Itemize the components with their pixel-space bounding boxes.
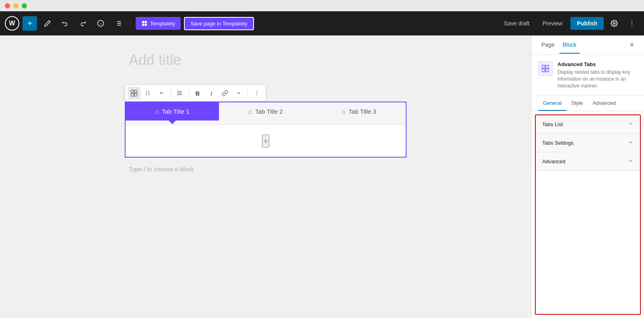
type-hint: Type / to choose a block bbox=[125, 158, 407, 181]
accordion-advanced: Advanced bbox=[536, 152, 640, 171]
fullscreen-button[interactable] bbox=[22, 3, 27, 8]
save-draft-button[interactable]: Save draft bbox=[499, 17, 535, 30]
tab-home-icon-2: ⌂ bbox=[248, 108, 252, 115]
accordion-tabs-list-chevron bbox=[628, 121, 634, 128]
tab-header-1[interactable]: ⌂ Tab Title 1 bbox=[126, 102, 219, 121]
tab-content-area: + bbox=[126, 125, 406, 157]
accordion-tabs-settings: Tabs Settings bbox=[536, 134, 640, 152]
drag-handle[interactable] bbox=[141, 87, 154, 100]
svg-point-15 bbox=[632, 23, 632, 24]
tab-block[interactable]: Block bbox=[559, 37, 580, 54]
block-tool-divider-3 bbox=[248, 88, 248, 98]
block-type-icon bbox=[538, 61, 553, 76]
info-button[interactable] bbox=[93, 16, 108, 31]
svg-point-25 bbox=[146, 94, 147, 95]
more-rich-text-button[interactable] bbox=[232, 87, 245, 100]
italic-button[interactable]: I bbox=[205, 87, 218, 100]
accordion-advanced-chevron bbox=[628, 158, 634, 165]
svg-rect-10 bbox=[145, 21, 147, 23]
svg-point-30 bbox=[256, 91, 257, 91]
svg-rect-19 bbox=[131, 94, 134, 96]
svg-rect-35 bbox=[542, 69, 545, 72]
subtab-general[interactable]: General bbox=[538, 96, 566, 111]
svg-point-14 bbox=[632, 21, 632, 22]
editor-area: Add title B I bbox=[0, 35, 531, 318]
add-block-in-tab-button[interactable]: + bbox=[262, 135, 269, 148]
tab-header-2[interactable]: ⌂ Tab Title 2 bbox=[219, 102, 312, 121]
title-bar bbox=[0, 0, 644, 11]
svg-point-26 bbox=[149, 94, 149, 95]
close-button[interactable] bbox=[5, 3, 10, 8]
svg-point-23 bbox=[146, 93, 147, 94]
svg-point-31 bbox=[256, 93, 257, 94]
accordion-tabs-settings-chevron bbox=[628, 139, 634, 146]
svg-rect-20 bbox=[134, 94, 137, 96]
svg-point-24 bbox=[149, 93, 149, 94]
main-layout: Add title B I bbox=[0, 35, 644, 318]
block-more-options-button[interactable] bbox=[250, 87, 263, 100]
sidebar-close-button[interactable]: × bbox=[626, 39, 638, 51]
svg-rect-12 bbox=[145, 24, 147, 26]
tab-header-3[interactable]: ⌂ Tab Title 3 bbox=[312, 102, 406, 121]
accordion-advanced-header[interactable]: Advanced bbox=[536, 152, 640, 170]
svg-rect-17 bbox=[131, 90, 134, 93]
accordion-tabs-list: Tabs List bbox=[536, 115, 640, 134]
block-info: Advanced Tabs Display nested tabs to dis… bbox=[532, 55, 644, 96]
tab-home-icon-3: ⌂ bbox=[342, 108, 345, 115]
link-button[interactable] bbox=[219, 87, 231, 100]
more-options-button[interactable] bbox=[625, 16, 639, 31]
move-up-down-button[interactable] bbox=[155, 87, 168, 100]
accordion-tabs-list-header[interactable]: Tabs List bbox=[536, 115, 640, 133]
svg-point-16 bbox=[632, 25, 632, 26]
redo-button[interactable] bbox=[76, 16, 90, 31]
block-tool-divider-1 bbox=[170, 88, 171, 98]
undo-button[interactable] bbox=[58, 16, 72, 31]
svg-rect-33 bbox=[542, 65, 545, 68]
align-button[interactable] bbox=[173, 87, 186, 100]
svg-point-32 bbox=[256, 95, 257, 96]
subtab-advanced[interactable]: Advanced bbox=[588, 96, 621, 111]
add-block-button[interactable]: + bbox=[23, 16, 37, 31]
svg-point-13 bbox=[613, 23, 615, 25]
svg-rect-34 bbox=[546, 65, 549, 68]
block-desc: Display nested tabs to display key infor… bbox=[557, 69, 638, 89]
block-type-button[interactable] bbox=[128, 87, 140, 100]
svg-rect-36 bbox=[546, 69, 549, 72]
accordion-tabs-settings-label: Tabs Settings bbox=[542, 140, 574, 146]
tab-page[interactable]: Page bbox=[538, 37, 558, 54]
svg-rect-9 bbox=[142, 21, 144, 23]
tabs-block: ⌂ Tab Title 1 ⌂ Tab Title 2 ⌂ Tab Title … bbox=[125, 102, 407, 158]
tab-headers: ⌂ Tab Title 1 ⌂ Tab Title 2 ⌂ Tab Title … bbox=[126, 102, 406, 121]
svg-point-22 bbox=[149, 91, 149, 92]
svg-point-21 bbox=[146, 91, 147, 92]
wp-logo[interactable]: W bbox=[5, 16, 19, 31]
templately-button[interactable]: Templately bbox=[136, 17, 181, 30]
block-title: Advanced Tabs bbox=[557, 61, 638, 67]
settings-button[interactable] bbox=[607, 16, 621, 31]
pen-tool-button[interactable] bbox=[40, 16, 55, 31]
accordion-tabs-list-label: Tabs List bbox=[542, 121, 563, 127]
sidebar-header: Page Block × bbox=[532, 35, 644, 55]
list-view-button[interactable] bbox=[111, 16, 126, 31]
preview-button[interactable]: Preview bbox=[538, 17, 568, 30]
accordion-tabs-settings-header[interactable]: Tabs Settings bbox=[536, 134, 640, 152]
page-title[interactable]: Add title bbox=[125, 52, 407, 69]
main-toolbar: W + Templately Save page in Templately S… bbox=[0, 11, 644, 35]
accordion-panels: Tabs List Tabs Settings Advanced bbox=[535, 114, 641, 315]
bold-button[interactable]: B bbox=[191, 87, 204, 100]
block-toolbar-wrapper: B I bbox=[125, 85, 407, 102]
subtab-style[interactable]: Style bbox=[566, 96, 588, 111]
svg-rect-11 bbox=[142, 24, 144, 26]
block-subtabs: General Style Advanced bbox=[532, 96, 644, 111]
right-sidebar: Page Block × Advanced Tabs Display neste… bbox=[531, 35, 644, 318]
block-toolbar: B I bbox=[125, 85, 266, 102]
toolbar-divider-1 bbox=[130, 19, 131, 28]
tab-home-icon-1: ⌂ bbox=[155, 108, 159, 115]
svg-rect-18 bbox=[134, 90, 137, 93]
publish-button[interactable]: Publish bbox=[570, 17, 604, 30]
block-tool-divider-2 bbox=[188, 88, 189, 98]
minimize-button[interactable] bbox=[13, 3, 19, 8]
sidebar-tabs: Page Block bbox=[538, 37, 580, 54]
accordion-advanced-label: Advanced bbox=[542, 158, 566, 164]
save-templately-button[interactable]: Save page in Templately bbox=[184, 17, 254, 30]
